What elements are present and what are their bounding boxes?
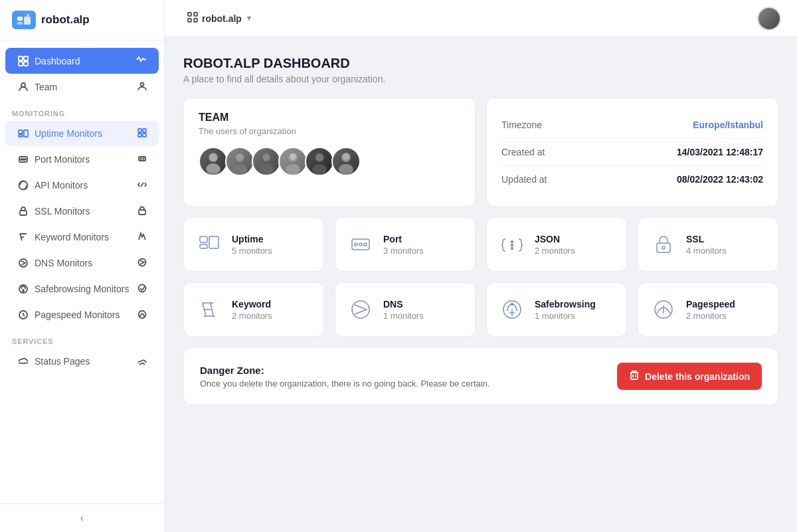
delete-organization-button[interactable]: Delete this organization	[617, 363, 762, 390]
json-monitor-icon	[499, 231, 525, 258]
svg-point-49	[236, 153, 244, 161]
timezone-value: Europe/Istanbul	[693, 120, 763, 130]
sidebar-item-uptime-monitors[interactable]: Uptime Monitors	[5, 121, 159, 146]
timezone-label: Timezone	[501, 120, 542, 130]
dns-name: DNS	[383, 299, 424, 310]
svg-point-3	[27, 14, 29, 17]
keyword-icon-right	[137, 232, 147, 243]
sidebar-item-team[interactable]: Team	[5, 74, 159, 100]
danger-zone-card: Danger Zone: Once you delete the organiz…	[183, 347, 778, 405]
safebrowsing-count: 1 monitors	[535, 311, 596, 321]
monitor-card-pagespeed[interactable]: Pagespeed 2 monitors	[638, 282, 778, 337]
sidebar-item-dns-label: DNS Monitors	[35, 258, 92, 268]
logo-icon	[12, 11, 36, 29]
info-row-updated: Updated at 08/02/2022 12:43:02	[501, 166, 763, 193]
svg-rect-6	[19, 62, 23, 66]
svg-rect-62	[200, 236, 207, 242]
team-card-subtitle: The users of organization	[199, 126, 460, 136]
svg-rect-13	[138, 129, 141, 132]
content-area: ROBOT.ALP DASHBOARD A place to find all …	[165, 37, 797, 532]
ssl-count: 4 monitors	[686, 246, 727, 256]
monitor-card-keyword[interactable]: Keyword 2 monitors	[183, 282, 324, 337]
member-avatar-5[interactable]	[305, 147, 334, 176]
dns-count: 1 monitors	[383, 311, 424, 321]
svg-rect-2	[24, 17, 31, 25]
svg-point-20	[25, 159, 26, 160]
sidebar-item-api-label: API Monitors	[35, 180, 88, 191]
monitor-card-safebrowsing[interactable]: Safebrowsing 1 monitors	[486, 282, 627, 337]
svg-point-68	[364, 243, 367, 246]
topbar-left: robot.alp ▾	[181, 9, 258, 28]
svg-rect-64	[209, 236, 219, 248]
port-monitor-icon	[347, 231, 374, 258]
info-row-created: Created at 14/03/2021 12:48:17	[501, 139, 763, 166]
uptime-name: Uptime	[232, 234, 272, 244]
port-icon-right	[137, 154, 147, 165]
org-selector[interactable]: robot.alp ▾	[181, 9, 258, 28]
info-row-timezone: Timezone Europe/Istanbul	[501, 112, 763, 139]
pagespeed-count: 2 monitors	[686, 311, 735, 321]
sidebar-item-keyword-label: Keyword Monitors	[35, 232, 109, 242]
svg-rect-10	[19, 130, 23, 133]
svg-point-18	[21, 159, 22, 160]
member-avatar-4[interactable]	[278, 147, 308, 176]
member-avatar-1[interactable]	[199, 147, 228, 176]
port-icon	[17, 153, 29, 165]
updated-value: 08/02/2022 12:43:02	[677, 174, 763, 185]
safebrowsing-monitor-icon	[499, 296, 525, 323]
sidebar-item-safebrowsing-monitors[interactable]: Safebrowsing Monitors	[5, 276, 159, 302]
org-name: robot.alp	[202, 13, 242, 24]
logo-area[interactable]: robot.alp	[0, 0, 164, 41]
danger-zone-text: Danger Zone: Once you delete the organiz…	[200, 365, 490, 389]
topbar-right	[757, 7, 781, 31]
sidebar-item-api-monitors[interactable]: API Monitors	[5, 173, 159, 198]
monitor-card-uptime[interactable]: Uptime 5 monitors	[183, 217, 324, 272]
sidebar-item-dashboard[interactable]: Dashboard	[5, 48, 159, 74]
keyword-monitor-icon	[196, 296, 222, 323]
svg-point-52	[263, 154, 270, 161]
member-avatar-3[interactable]	[252, 147, 281, 176]
svg-point-23	[143, 158, 144, 159]
sidebar-collapse-button[interactable]: ‹	[0, 503, 164, 532]
sidebar-item-ssl-monitors[interactable]: SSL Monitors	[5, 199, 159, 224]
sidebar-item-port-label: Port Monitors	[35, 154, 90, 165]
port-name: Port	[383, 234, 424, 244]
main-nav: Dashboard Team	[0, 41, 164, 503]
sidebar-item-dns-monitors[interactable]: DNS Monitors	[5, 250, 159, 276]
svg-point-46	[207, 163, 220, 173]
sidebar-item-team-label: Team	[35, 82, 57, 92]
svg-rect-11	[19, 135, 23, 137]
svg-rect-41	[188, 19, 191, 22]
monitor-card-dns[interactable]: DNS 1 monitors	[335, 282, 476, 337]
svg-rect-1	[17, 22, 23, 25]
monitor-card-ssl[interactable]: SSL 4 monitors	[638, 217, 778, 272]
svg-point-19	[23, 159, 24, 160]
svg-point-34	[139, 284, 146, 292]
monitor-card-port[interactable]: Port 3 monitors	[335, 217, 476, 272]
safebrowsing-icon-right	[137, 284, 147, 295]
sidebar-item-pagespeed-monitors[interactable]: Pagespeed Monitors	[5, 302, 159, 327]
team-card: TEAM The users of organization	[183, 98, 476, 207]
topbar: robot.alp ▾	[165, 0, 797, 37]
monitors-grid: Uptime 5 monitors Port 3 monitors	[183, 217, 778, 337]
danger-zone-title: Danger Zone:	[200, 365, 490, 376]
dns-monitor-icon	[347, 296, 374, 323]
user-avatar[interactable]	[757, 7, 781, 31]
monitor-card-json[interactable]: JSON 2 monitors	[486, 217, 627, 272]
svg-rect-14	[143, 129, 146, 132]
sidebar-item-keyword-monitors[interactable]: Keyword Monitors	[5, 224, 159, 250]
svg-rect-63	[200, 244, 207, 248]
svg-rect-4	[19, 56, 23, 60]
top-row: TEAM The users of organization	[183, 98, 778, 207]
svg-point-45	[209, 153, 217, 161]
page-subtitle: A place to find all details about your o…	[183, 74, 778, 84]
keyword-name: Keyword	[232, 299, 272, 310]
svg-point-58	[315, 153, 323, 161]
member-avatar-6[interactable]	[331, 147, 361, 176]
sidebar-item-port-monitors[interactable]: Port Monitors	[5, 147, 159, 172]
member-avatar-2[interactable]	[225, 147, 254, 176]
sidebar-item-status-pages[interactable]: Status Pages	[5, 349, 159, 374]
svg-point-69	[511, 241, 513, 243]
svg-point-60	[339, 164, 353, 175]
svg-point-22	[140, 158, 141, 159]
